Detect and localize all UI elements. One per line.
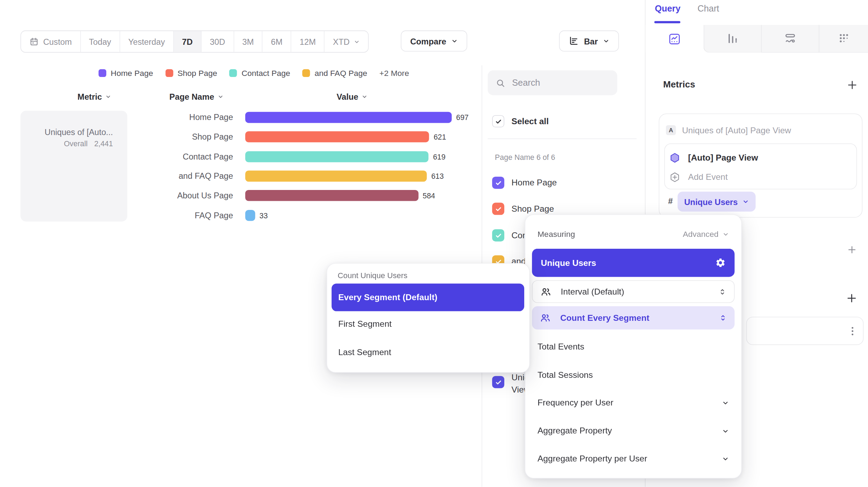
value-bar[interactable] — [245, 112, 451, 123]
measuring-menu: Measuring Advanced Unique Users Interval… — [525, 214, 742, 479]
tab-chart[interactable]: Chart — [697, 4, 719, 14]
value-bar[interactable] — [245, 210, 255, 221]
card-options-button[interactable] — [846, 325, 859, 337]
chart-type-button[interactable]: Bar — [559, 30, 619, 51]
row-page-name: About Us Page — [133, 185, 233, 205]
add-event-hexagon-icon — [669, 172, 681, 183]
table-row: FAQ Page 33 — [0, 205, 482, 225]
menu-option-total-events[interactable]: Total Events — [538, 342, 729, 352]
date-range-3m[interactable]: 3M — [234, 31, 263, 52]
column-header-metric[interactable]: Metric — [78, 92, 112, 101]
menu-option-aggregate-property[interactable]: Aggregate Property — [538, 426, 729, 436]
select-all-checkbox[interactable] — [492, 115, 504, 127]
tab-query[interactable]: Query — [655, 4, 681, 14]
people-icon — [540, 312, 551, 324]
bar-value: 697 — [456, 113, 469, 122]
menu-option-first-segment[interactable]: First Segment — [338, 319, 392, 329]
legend-item[interactable]: Home Page — [99, 69, 153, 77]
dots-grid-icon — [838, 32, 850, 45]
chart-type-tabs — [646, 25, 868, 52]
table-row: Contact Page 619 — [0, 147, 482, 167]
value-bar[interactable] — [245, 131, 429, 142]
legend-item[interactable]: and FAQ Page — [303, 69, 367, 77]
segment-checkbox-contact-page[interactable] — [492, 229, 504, 241]
search-input[interactable] — [511, 77, 602, 89]
segment-checkbox-shop-page[interactable] — [492, 203, 504, 215]
add-event-row[interactable]: Add Event — [669, 172, 728, 183]
add-metric-button[interactable] — [846, 79, 858, 91]
bar-columns-icon — [726, 32, 739, 45]
segment-label[interactable]: Home Page — [512, 178, 557, 188]
event-row[interactable]: [Auto] Page View — [669, 152, 758, 163]
value-bar[interactable] — [245, 151, 428, 162]
chevron-down-icon — [742, 198, 749, 205]
insights-report-screen: Custom Today Yesterday 7D 30D 3M 6M 12M … — [0, 0, 868, 487]
date-range-7d[interactable]: 7D — [174, 31, 201, 52]
gear-icon[interactable] — [715, 257, 726, 268]
measure-dropdown[interactable]: Unique Users — [677, 192, 755, 212]
chevron-down-icon — [105, 94, 111, 100]
date-range-today[interactable]: Today — [81, 31, 120, 52]
chevron-down-icon — [722, 427, 729, 435]
advanced-toggle[interactable]: Advanced — [683, 230, 729, 239]
date-range-yesterday[interactable]: Yesterday — [120, 31, 174, 52]
bar-value: 33 — [259, 211, 268, 220]
menu-option-frequency-per-user[interactable]: Frequency per User — [538, 398, 729, 408]
legend-swatch — [303, 69, 310, 77]
menu-option-unique-users-selected[interactable]: Unique Users — [532, 249, 734, 277]
add-breakdown-button[interactable] — [846, 292, 858, 304]
segment-label[interactable]: Shop Page — [512, 204, 554, 214]
check-icon — [495, 118, 502, 125]
date-range-label: Custom — [43, 37, 72, 46]
tab-funnels-chart[interactable] — [704, 25, 761, 52]
date-range-xtd[interactable]: XTD — [325, 31, 368, 52]
legend-swatch — [229, 69, 237, 77]
tab-retention-chart[interactable] — [819, 25, 868, 52]
table-row: and FAQ Page 613 — [0, 166, 482, 186]
menu-option-total-sessions[interactable]: Total Sessions — [538, 370, 729, 380]
chevron-down-icon — [451, 38, 458, 44]
up-down-chevrons-icon — [719, 288, 726, 295]
segment-search[interactable] — [488, 70, 617, 95]
tab-insights-chart[interactable] — [646, 25, 704, 52]
event-hexagon-icon — [669, 152, 681, 163]
metric-letter-badge: A — [666, 125, 676, 135]
date-range-30d[interactable]: 30D — [201, 31, 234, 52]
column-header-value[interactable]: Value — [336, 92, 368, 101]
chevron-down-icon — [603, 38, 610, 44]
value-bar[interactable] — [245, 190, 418, 201]
column-header-page-name[interactable]: Page Name — [169, 92, 223, 101]
plus-icon — [847, 245, 857, 255]
table-row: Home Page 697 — [0, 107, 482, 127]
menu-option-every-segment-selected[interactable]: Every Segment (Default) — [332, 283, 524, 311]
add-filter-button[interactable] — [847, 245, 857, 255]
interval-selector[interactable]: Interval (Default) — [532, 280, 734, 303]
metric-card-title[interactable]: Uniques of [Auto] Page View — [682, 126, 791, 135]
legend-swatch — [99, 69, 106, 77]
legend-item[interactable]: Shop Page — [165, 69, 217, 77]
compare-button[interactable]: Compare — [401, 30, 467, 51]
calendar-icon — [29, 37, 39, 46]
legend-item[interactable]: Contact Page — [229, 69, 290, 77]
segment-group-label: Page Name 6 of 6 — [495, 153, 555, 162]
menu-option-aggregate-property-per-user[interactable]: Aggregate Property per User — [538, 453, 729, 463]
date-range-6m[interactable]: 6M — [263, 31, 291, 52]
select-all-label[interactable]: Select all — [512, 116, 549, 126]
line-chart-icon — [668, 33, 681, 45]
row-page-name: Contact Page — [133, 147, 233, 167]
segment-checkbox-uniques-page-view[interactable] — [492, 376, 504, 388]
count-menu-title: Count Unique Users — [338, 271, 408, 280]
segment-checkbox-home-page[interactable] — [492, 177, 504, 189]
chevron-down-icon — [362, 94, 368, 100]
event-name: [Auto] Page View — [688, 153, 758, 163]
count-mode-selector[interactable]: Count Every Segment — [532, 306, 734, 329]
date-range-custom[interactable]: Custom — [21, 31, 80, 52]
check-icon — [495, 179, 502, 186]
legend-more-label[interactable]: +2 More — [379, 69, 409, 77]
menu-option-last-segment[interactable]: Last Segment — [338, 347, 391, 357]
date-range-12m[interactable]: 12M — [291, 31, 325, 52]
check-icon — [495, 379, 502, 386]
tab-flows-chart[interactable] — [761, 25, 819, 52]
value-bar[interactable] — [245, 171, 427, 182]
kebab-menu-icon — [846, 325, 859, 337]
